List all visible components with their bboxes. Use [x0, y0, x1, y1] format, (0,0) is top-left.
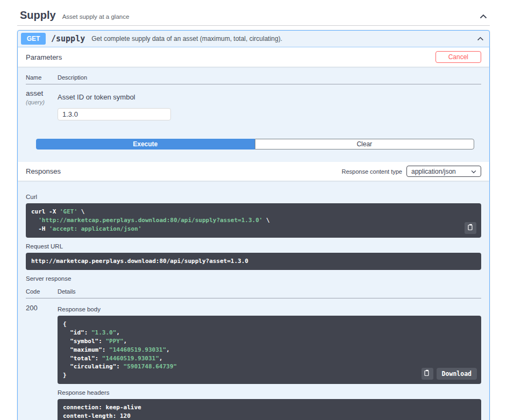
response-body-label: Response body: [58, 306, 481, 312]
table-row: 200 Response body { "id": "1.3.0", "symb…: [26, 298, 481, 420]
endpoint-path: /supply: [51, 34, 85, 44]
opblock-summary[interactable]: GET /supply Get complete supply data of …: [18, 31, 489, 47]
content-type-wrap: Response content type application/json: [341, 166, 481, 177]
operation-collapse-button[interactable]: [477, 37, 484, 41]
server-response-label: Server response: [26, 275, 481, 282]
opblock-get-supply: GET /supply Get complete supply data of …: [17, 30, 490, 420]
asset-input[interactable]: [58, 108, 171, 120]
cancel-button[interactable]: Cancel: [435, 51, 481, 63]
json-line: "id": "1.3.0",: [63, 329, 476, 337]
swagger-page: Supply Asset supply at a glance GET /sup…: [0, 0, 507, 420]
param-name-cell: asset (query): [26, 89, 58, 120]
responses-title: Responses: [26, 167, 61, 175]
curl-line: curl -X 'GET' \: [31, 208, 476, 216]
response-headers-block: connection: keep-alive content-length: 1…: [58, 399, 481, 420]
copy-response-button[interactable]: [422, 368, 433, 380]
header-line: connection: keep-alive: [63, 403, 476, 412]
response-body-actions: Download: [422, 368, 477, 380]
col-code-label: Code: [26, 288, 58, 295]
endpoint-summary: Get complete supply data of an asset (ma…: [91, 35, 282, 42]
parameters-body: Name Description asset (query) Asset ID …: [18, 67, 489, 150]
col-details-label: Details: [58, 288, 481, 295]
param-name: asset: [26, 89, 58, 97]
json-line: "circulating": "5901748.64739": [63, 362, 476, 371]
server-response-table-head: Code Details: [26, 285, 481, 298]
curl-block: curl -X 'GET' \ 'http://marketcap.peerpl…: [26, 203, 481, 238]
col-description-label: Description: [58, 74, 481, 81]
param-description: Asset ID or token symbol: [58, 93, 481, 101]
response-headers-label: Response headers: [58, 389, 481, 396]
curl-line: 'http://marketcap.peerplays.download:80/…: [31, 216, 476, 225]
param-desc-cell: Asset ID or token symbol: [58, 89, 481, 120]
content-type-value: application/json: [411, 168, 456, 175]
json-line: "maximum": "14460519.93031",: [63, 346, 476, 354]
response-code: 200: [26, 304, 58, 420]
supply-section-header: Supply Asset supply at a glance: [17, 0, 490, 26]
col-name-label: Name: [26, 74, 58, 81]
json-line: "total": "14460519.93031",: [63, 354, 476, 363]
request-url-block: http://marketcap.peerplays.download:80/a…: [26, 253, 481, 270]
execute-button[interactable]: Execute: [36, 139, 255, 150]
content-type-select[interactable]: application/json: [406, 166, 481, 177]
section-collapse-button[interactable]: [480, 14, 487, 19]
parameters-header: Parameters Cancel: [18, 47, 489, 67]
request-url-value: http://marketcap.peerplays.download:80/a…: [31, 257, 476, 266]
clear-button[interactable]: Clear: [255, 139, 475, 150]
section-subtitle: Asset supply at a glance: [62, 13, 130, 20]
clipboard-icon: [468, 224, 474, 232]
json-line: {: [63, 320, 476, 329]
param-kind: (query): [26, 99, 58, 105]
download-button[interactable]: Download: [437, 368, 477, 380]
chevron-down-icon: [471, 168, 476, 175]
method-badge: GET: [21, 33, 46, 45]
chevron-up-icon: [477, 37, 484, 41]
request-url-label: Request URL: [26, 243, 481, 250]
page-title: Supply: [20, 9, 56, 22]
content-type-label: Response content type: [341, 168, 402, 175]
execute-row: Execute Clear: [36, 139, 474, 150]
clipboard-icon: [424, 369, 430, 378]
chevron-up-icon: [480, 14, 487, 19]
parameters-title: Parameters: [26, 53, 62, 61]
header-line: content-length: 120: [63, 412, 476, 420]
curl-line: -H 'accept: application/json': [31, 225, 476, 233]
json-line: "symbol": "PPY",: [63, 337, 476, 346]
response-body-block: { "id": "1.3.0", "symbol": "PPY", "maxim…: [58, 316, 481, 385]
responses-body: Curl curl -X 'GET' \ 'http://marketcap.p…: [18, 194, 489, 420]
parameters-table-head: Name Description: [26, 67, 481, 84]
copy-curl-button[interactable]: [465, 222, 476, 234]
json-line: }: [63, 371, 476, 380]
curl-label: Curl: [26, 194, 481, 200]
response-details-cell: Response body { "id": "1.3.0", "symbol":…: [58, 304, 481, 420]
table-row: asset (query) Asset ID or token symbol: [26, 84, 481, 120]
responses-header: Responses Response content type applicat…: [18, 162, 489, 181]
